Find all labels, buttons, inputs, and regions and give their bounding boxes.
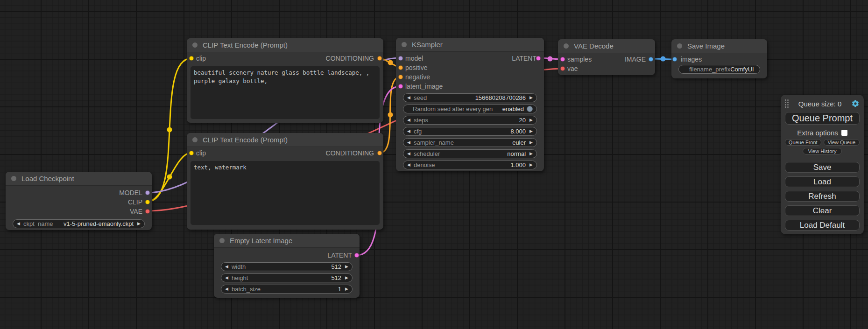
decrement-arrow-icon[interactable]: ◀ [407,129,410,133]
view-queue-button[interactable]: View Queue [824,139,860,146]
sampler-name-widget[interactable]: ◀ sampler_name euler ▶ [403,138,537,147]
collapse-dot-icon[interactable] [192,137,198,142]
node-title-bar[interactable]: Load Checkpoint [6,172,152,186]
model-output-port[interactable] [145,190,150,195]
decrement-arrow-icon[interactable]: ◀ [407,96,410,100]
steps-widget[interactable]: ◀ steps 20 ▶ [403,116,537,125]
increment-arrow-icon[interactable]: ▶ [345,287,348,291]
node-save-image[interactable]: Save Image images filename_prefix ComfyU… [671,39,767,78]
link-midpoint-dot [388,112,393,118]
decrement-arrow-icon[interactable]: ◀ [407,118,410,122]
settings-gear-icon[interactable] [851,99,860,108]
load-default-button[interactable]: Load Default [785,220,860,231]
view-history-button[interactable]: View History [803,148,842,154]
collapse-dot-icon[interactable] [564,43,569,49]
link-clip-to-positive-prompt [148,58,191,202]
increment-arrow-icon[interactable]: ▶ [529,118,533,122]
node-load-checkpoint[interactable]: Load Checkpoint MODEL CLIP VAE ◀ ckpt_na… [6,172,152,230]
node-ksampler[interactable]: KSampler model LATENT positive negative … [396,38,544,171]
toggle-knob-icon[interactable] [527,106,533,112]
refresh-button[interactable]: Refresh [785,191,860,202]
width-widget[interactable]: ◀ width 512 ▶ [221,262,353,271]
collapse-dot-icon[interactable] [192,42,198,48]
filename-prefix-widget[interactable]: filename_prefix ComfyUI [678,65,760,74]
widget-label: scheduler [414,150,440,157]
increment-arrow-icon[interactable]: ▶ [345,276,348,280]
node-clip-text-encode-positive[interactable]: CLIP Text Encode (Prompt) clip CONDITION… [187,38,383,123]
increment-arrow-icon[interactable]: ▶ [529,140,533,145]
collapse-dot-icon[interactable] [11,176,16,181]
decrement-arrow-icon[interactable]: ◀ [17,222,20,226]
increment-arrow-icon[interactable]: ▶ [345,265,348,269]
node-title-bar[interactable]: Save Image [671,39,767,53]
decrement-arrow-icon[interactable]: ◀ [407,152,410,156]
decrement-arrow-icon[interactable]: ◀ [225,276,228,280]
collapse-dot-icon[interactable] [219,238,225,243]
node-vae-decode[interactable]: VAE Decode samples IMAGE vae [558,39,655,75]
scheduler-widget[interactable]: ◀ scheduler normal ▶ [403,149,537,158]
decrement-arrow-icon[interactable]: ◀ [407,163,410,167]
collapse-dot-icon[interactable] [677,43,682,49]
clip-input-port[interactable] [189,151,194,155]
node-title-bar[interactable]: CLIP Text Encode (Prompt) [187,38,383,52]
latent-image-input-port[interactable] [398,84,403,89]
positive-input-port[interactable] [398,65,403,70]
drag-handle-icon[interactable] [785,99,789,108]
batch-size-widget[interactable]: ◀ batch_size 1 ▶ [221,285,353,294]
denoise-widget[interactable]: ◀ denoise 1.000 ▶ [403,161,537,169]
negative-input-port[interactable] [398,75,403,79]
images-input-port[interactable] [672,57,677,62]
node-empty-latent-image[interactable]: Empty Latent Image LATENT ◀ width 512 ▶ … [214,234,360,298]
image-output-port[interactable] [649,57,653,62]
increment-arrow-icon[interactable]: ▶ [529,163,533,167]
widget-value: enabled [502,105,524,112]
node-title-bar[interactable]: KSampler [396,38,544,52]
node-title-bar[interactable]: VAE Decode [558,39,655,53]
output-row: CLIP [6,197,152,207]
conditioning-output-port[interactable] [377,56,382,61]
output-label: CONDITIONING [326,149,383,157]
random-seed-toggle-widget[interactable]: Random seed after every gen enabled [403,105,537,113]
vae-input-port[interactable] [560,66,565,71]
queue-prompt-button[interactable]: Queue Prompt [785,112,860,125]
decrement-arrow-icon[interactable]: ◀ [225,287,228,291]
model-input-port[interactable] [398,56,403,61]
negative-prompt-textarea[interactable]: text, watermark [191,161,380,225]
save-button[interactable]: Save [785,162,860,173]
node-title-bar[interactable]: CLIP Text Encode (Prompt) [187,133,383,147]
decrement-arrow-icon[interactable]: ◀ [407,140,410,145]
collapse-dot-icon[interactable] [402,42,407,47]
node-title-bar[interactable]: Empty Latent Image [214,234,360,248]
node-title: VAE Decode [574,42,614,50]
widget-label: filename_prefix [689,66,730,73]
slot-row: vae [558,64,655,73]
increment-arrow-icon[interactable]: ▶ [137,222,141,226]
increment-arrow-icon[interactable]: ▶ [529,96,533,100]
clear-button[interactable]: Clear [785,205,860,216]
widget-label: steps [414,117,428,124]
vae-output-port[interactable] [145,209,150,214]
widget-value: 8.000 [511,128,526,135]
positive-prompt-textarea[interactable]: beautiful scenery nature glass bottle la… [191,66,380,119]
widget-label: cfg [414,128,422,135]
height-widget[interactable]: ◀ height 512 ▶ [221,273,353,282]
ckpt-name-widget[interactable]: ◀ ckpt_name v1-5-pruned-emaonly.ckpt ▶ [13,219,145,228]
slot-row: latent_image [396,82,544,91]
seed-widget[interactable]: ◀ seed 156680208700286 ▶ [403,93,537,102]
clip-input-port[interactable] [189,56,194,61]
decrement-arrow-icon[interactable]: ◀ [225,265,228,269]
extra-options-checkbox[interactable] [841,130,847,136]
clip-output-port[interactable] [145,200,150,204]
samples-input-port[interactable] [560,57,565,62]
queue-front-button[interactable]: Queue Front [785,139,821,146]
latent-output-port[interactable] [354,253,359,258]
load-button[interactable]: Load [785,176,860,187]
cfg-widget[interactable]: ◀ cfg 8.000 ▶ [403,127,537,136]
node-title: Empty Latent Image [230,237,292,245]
increment-arrow-icon[interactable]: ▶ [529,152,533,156]
node-clip-text-encode-negative[interactable]: CLIP Text Encode (Prompt) clip CONDITION… [187,133,383,230]
latent-output-port[interactable] [536,56,541,61]
conditioning-output-port[interactable] [377,151,382,155]
widget-label: denoise [414,161,435,168]
increment-arrow-icon[interactable]: ▶ [529,129,533,133]
